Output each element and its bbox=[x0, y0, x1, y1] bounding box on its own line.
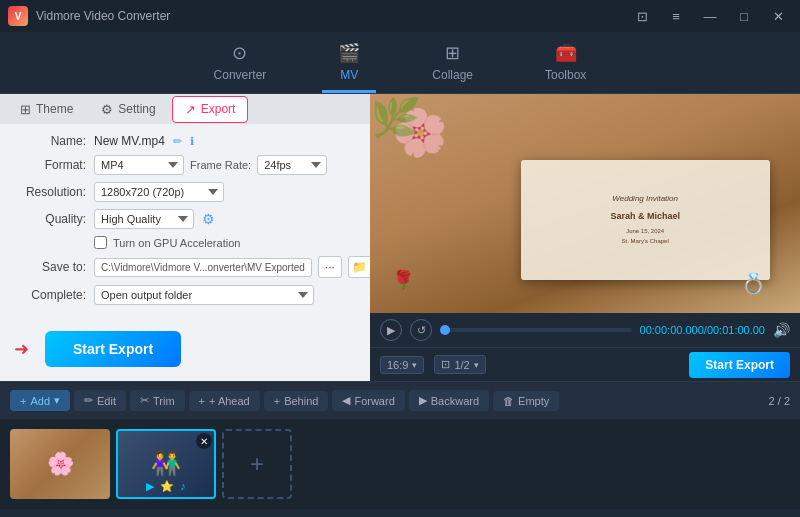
format-select[interactable]: MP4 AVI MOV bbox=[94, 155, 184, 175]
replay-button[interactable]: ↺ bbox=[410, 319, 432, 341]
name-info-icon[interactable]: ℹ bbox=[190, 135, 194, 148]
open-folder-button[interactable]: 📁 bbox=[348, 256, 372, 278]
subtab-theme[interactable]: ⊞ Theme bbox=[8, 97, 85, 122]
export-icon: ↗ bbox=[185, 102, 196, 117]
subtab-theme-label: Theme bbox=[36, 102, 73, 116]
gpu-row: Turn on GPU Acceleration bbox=[14, 236, 356, 249]
subtab-setting-label: Setting bbox=[118, 102, 155, 116]
gpu-checkbox[interactable] bbox=[94, 236, 107, 249]
right-panel: 🌸 🌿 Wedding Invitation Sarah & Michael J… bbox=[370, 94, 800, 381]
tab-collage-label: Collage bbox=[432, 68, 473, 82]
timeline-toolbar: + Add ▾ ✏ Edit ✂ Trim + + Ahead + Behind… bbox=[0, 381, 800, 419]
quality-select[interactable]: High Quality Medium Quality Low Quality bbox=[94, 209, 194, 229]
clip-1-icon: 🌸 bbox=[47, 451, 74, 477]
minimize-button[interactable]: — bbox=[696, 6, 724, 26]
maximize-button[interactable]: □ bbox=[730, 6, 758, 26]
clip-1-thumbnail: 🌸 bbox=[10, 429, 110, 499]
clip-2-icons: ▶ ⭐ ♪ bbox=[118, 480, 214, 493]
name-edit-icon[interactable]: ✏ bbox=[173, 135, 182, 148]
forward-label: Forward bbox=[354, 395, 394, 407]
play-mini-icon: ▶ bbox=[146, 480, 154, 493]
mv-icon: 🎬 bbox=[338, 42, 360, 64]
empty-button[interactable]: 🗑 Empty bbox=[493, 391, 559, 411]
nav-tabs: ⊙ Converter 🎬 MV ⊞ Collage 🧰 Toolbox bbox=[0, 32, 800, 94]
clip-2[interactable]: 👫 ✕ ▶ ⭐ ♪ bbox=[116, 429, 216, 499]
split-label: 1/2 bbox=[454, 359, 469, 371]
music-icon: ♪ bbox=[180, 480, 186, 493]
play-button[interactable]: ▶ bbox=[380, 319, 402, 341]
clip-1[interactable]: 🌸 bbox=[10, 429, 110, 499]
toolbox-icon: 🧰 bbox=[555, 42, 577, 64]
theme-icon: ⊞ bbox=[20, 102, 31, 117]
add-clip-icon: + bbox=[250, 450, 264, 478]
wedding-card: Wedding Invitation Sarah & Michael June … bbox=[521, 160, 770, 280]
sub-tabs: ⊞ Theme ⚙ Setting ↗ Export bbox=[0, 94, 370, 124]
volume-icon[interactable]: 🔊 bbox=[773, 322, 790, 338]
menu-button[interactable]: ≡ bbox=[662, 6, 690, 26]
split-select[interactable]: ⊡ 1/2 ▾ bbox=[434, 355, 485, 374]
clip-2-people-icon: 👫 bbox=[151, 450, 181, 478]
quality-gear-icon[interactable]: ⚙ bbox=[202, 211, 215, 227]
forward-icon: ◀ bbox=[342, 394, 350, 407]
progress-bar[interactable] bbox=[440, 328, 632, 332]
start-export-right-button[interactable]: Start Export bbox=[689, 352, 790, 378]
subtab-export-label: Export bbox=[201, 102, 236, 116]
start-export-left-button[interactable]: Start Export bbox=[45, 331, 181, 367]
save-path: C:\Vidmore\Vidmore V...onverter\MV Expor… bbox=[94, 258, 312, 277]
aspect-ratio-select[interactable]: 16:9 ▾ bbox=[380, 356, 424, 374]
ahead-button[interactable]: + + Ahead bbox=[189, 391, 260, 411]
subtab-export[interactable]: ↗ Export bbox=[172, 96, 249, 123]
browse-dots-button[interactable]: ··· bbox=[318, 256, 342, 278]
clip-2-close-icon[interactable]: ✕ bbox=[196, 433, 212, 449]
empty-icon: 🗑 bbox=[503, 395, 514, 407]
clip-2-thumbnail: 👫 ✕ ▶ ⭐ ♪ bbox=[118, 431, 214, 497]
add-button[interactable]: + Add ▾ bbox=[10, 390, 70, 411]
complete-row: Complete: Open output folder Do nothing … bbox=[14, 285, 356, 305]
resolution-row: Resolution: 1280x720 (720p) 1920x1080 (1… bbox=[14, 182, 356, 202]
format-label: Format: bbox=[14, 158, 86, 172]
format-row: Format: MP4 AVI MOV Frame Rate: 24fps 30… bbox=[14, 155, 356, 175]
complete-select[interactable]: Open output folder Do nothing Shut down bbox=[94, 285, 314, 305]
converter-icon: ⊙ bbox=[232, 42, 247, 64]
ratio-label: 16:9 bbox=[387, 359, 408, 371]
tab-mv[interactable]: 🎬 MV bbox=[322, 36, 376, 93]
ratio-dropdown-icon: ▾ bbox=[412, 360, 417, 370]
messages-button[interactable]: ⊡ bbox=[628, 6, 656, 26]
preview-area: 🌸 🌿 Wedding Invitation Sarah & Michael J… bbox=[370, 94, 800, 313]
complete-label: Complete: bbox=[14, 288, 86, 302]
fps-select[interactable]: 24fps 30fps 60fps bbox=[257, 155, 327, 175]
behind-button[interactable]: + Behind bbox=[264, 391, 329, 411]
tab-toolbox[interactable]: 🧰 Toolbox bbox=[529, 36, 602, 93]
edit-button[interactable]: ✏ Edit bbox=[74, 390, 126, 411]
titlebar: V Vidmore Video Converter ⊡ ≡ — □ ✕ bbox=[0, 0, 800, 32]
trim-icon: ✂ bbox=[140, 394, 149, 407]
behind-icon: + bbox=[274, 395, 280, 407]
tab-collage[interactable]: ⊞ Collage bbox=[416, 36, 489, 93]
progress-indicator bbox=[440, 325, 450, 335]
backward-button[interactable]: ▶ Backward bbox=[409, 390, 489, 411]
app-title: Vidmore Video Converter bbox=[36, 9, 170, 23]
edit-label: Edit bbox=[97, 395, 116, 407]
forward-button[interactable]: ◀ Forward bbox=[332, 390, 404, 411]
left-panel: ⊞ Theme ⚙ Setting ↗ Export Name: New MV.… bbox=[0, 94, 370, 381]
setting-icon: ⚙ bbox=[101, 102, 113, 117]
subtab-setting[interactable]: ⚙ Setting bbox=[89, 97, 167, 122]
preview-image: 🌸 🌿 Wedding Invitation Sarah & Michael J… bbox=[370, 94, 800, 313]
add-clip-button[interactable]: + bbox=[222, 429, 292, 499]
tab-converter[interactable]: ⊙ Converter bbox=[198, 36, 283, 93]
backward-icon: ▶ bbox=[419, 394, 427, 407]
name-label: Name: bbox=[14, 134, 86, 148]
close-button[interactable]: ✕ bbox=[764, 6, 792, 26]
main-content: ⊞ Theme ⚙ Setting ↗ Export Name: New MV.… bbox=[0, 94, 800, 381]
backward-label: Backward bbox=[431, 395, 479, 407]
export-action: ➜ Start Export bbox=[0, 315, 370, 381]
quality-label: Quality: bbox=[14, 212, 86, 226]
trim-button[interactable]: ✂ Trim bbox=[130, 390, 185, 411]
window-controls: ⊡ ≡ — □ ✕ bbox=[628, 6, 792, 26]
resolution-select[interactable]: 1280x720 (720p) 1920x1080 (1080p) 3840x2… bbox=[94, 182, 224, 202]
gpu-label[interactable]: Turn on GPU Acceleration bbox=[113, 237, 240, 249]
timeline-clips: 🌸 👫 ✕ ▶ ⭐ ♪ + bbox=[0, 419, 800, 509]
tab-converter-label: Converter bbox=[214, 68, 267, 82]
empty-label: Empty bbox=[518, 395, 549, 407]
collage-icon: ⊞ bbox=[445, 42, 460, 64]
